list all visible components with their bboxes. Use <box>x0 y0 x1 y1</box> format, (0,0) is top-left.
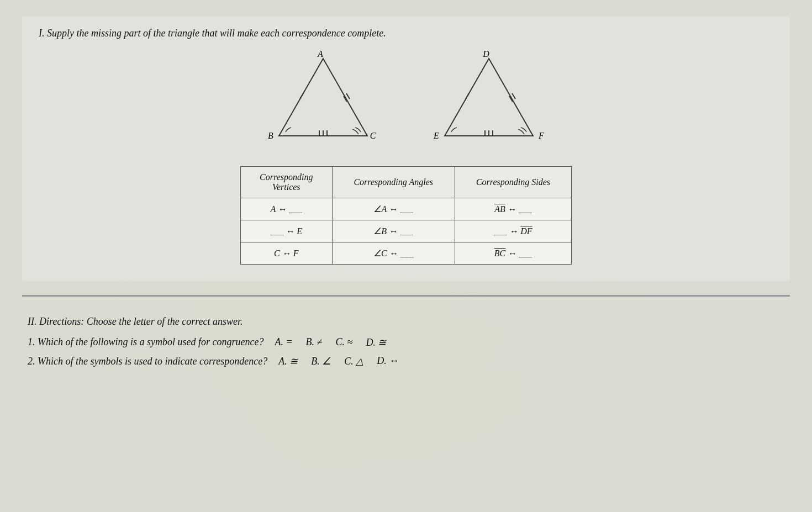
svg-marker-0 <box>279 59 367 136</box>
choice-1c: C. ≈ <box>335 336 352 349</box>
cell-vertex-3: C ↔ F <box>241 242 333 265</box>
svg-text:C: C <box>370 131 376 140</box>
table-row-1: A ↔ ___ ∠A ↔ ___ AB ↔ ___ <box>241 198 572 220</box>
correspondence-table: CorrespondingVertices Corresponding Angl… <box>240 166 572 265</box>
svg-line-4 <box>300 93 303 99</box>
table-row-3: C ↔ F ∠C ↔ ___ BC ↔ ___ <box>241 242 572 265</box>
cell-angle-2: ∠B ↔ ___ <box>332 220 455 242</box>
question-1-text: 1. Which of the following is a symbol us… <box>28 336 263 348</box>
choice-2b: B. ∠ <box>311 355 331 367</box>
question-2: 2. Which of the symbols is used to indic… <box>28 355 784 367</box>
svg-text:B: B <box>268 131 273 140</box>
col-header-vertices: CorrespondingVertices <box>241 167 333 198</box>
svg-text:A: A <box>317 50 323 59</box>
section-i-instruction: I. Supply the missing part of the triang… <box>39 28 773 39</box>
section-i: I. Supply the missing part of the triang… <box>22 17 790 281</box>
section-ii: II. Directions: Choose the letter of the… <box>22 310 790 379</box>
cell-vertex-2: ___ ↔ E <box>241 220 333 242</box>
choice-1a: A. = <box>275 336 292 349</box>
svg-text:E: E <box>433 131 439 140</box>
cell-side-1: AB ↔ ___ <box>455 198 571 220</box>
svg-text:D: D <box>482 50 489 59</box>
question-1: 1. Which of the following is a symbol us… <box>28 336 784 349</box>
svg-line-5 <box>346 93 350 99</box>
question-2-text: 2. Which of the symbols is used to indic… <box>28 356 267 367</box>
cell-angle-1: ∠A ↔ ___ <box>332 198 455 220</box>
choice-1d: D. ≅ <box>366 336 386 349</box>
triangle-def: D E F <box>428 50 550 150</box>
question-2-choices: A. ≅ B. ∠ C. △ D. ↔ <box>278 355 399 367</box>
section-ii-title: II. Directions: Choose the letter of the… <box>28 316 784 328</box>
svg-text:F: F <box>538 131 544 140</box>
choice-1b: B. ≠ <box>306 336 323 349</box>
col-header-sides: Corresponding Sides <box>455 167 571 198</box>
question-1-choices: A. = B. ≠ C. ≈ D. ≅ <box>275 336 386 349</box>
triangle-abc: A B C <box>262 50 384 150</box>
svg-line-14 <box>466 93 469 99</box>
cell-side-2: ___ ↔ DF <box>455 220 571 242</box>
cell-vertex-1: A ↔ ___ <box>241 198 333 220</box>
triangles-container: A B C <box>39 50 773 150</box>
cell-side-3: BC ↔ ___ <box>455 242 571 265</box>
section-divider <box>22 295 790 297</box>
main-container: I. Supply the missing part of the triang… <box>0 0 812 512</box>
choice-2a: A. ≅ <box>278 355 298 367</box>
choice-2d: D. ↔ <box>377 355 399 367</box>
cell-angle-3: ∠C ↔ ___ <box>332 242 455 265</box>
table-row-2: ___ ↔ E ∠B ↔ ___ ___ ↔ DF <box>241 220 572 242</box>
choice-2c: C. △ <box>344 355 363 367</box>
col-header-angles: Corresponding Angles <box>332 167 455 198</box>
svg-marker-10 <box>445 59 533 136</box>
svg-line-15 <box>512 93 515 99</box>
